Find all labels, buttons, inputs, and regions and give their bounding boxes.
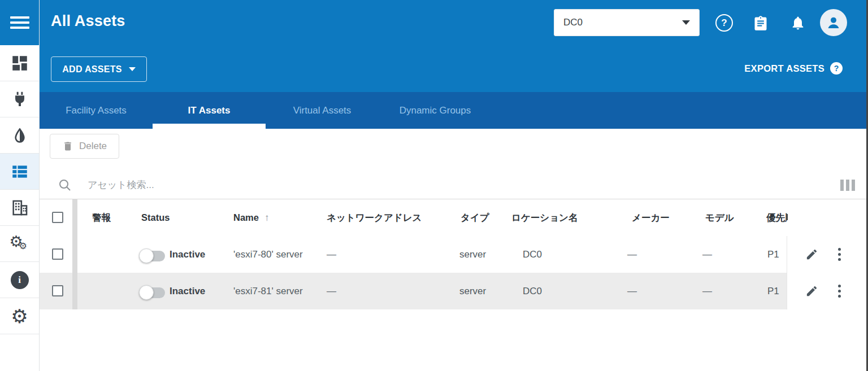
column-header-network-address[interactable]: ネットワークアドレス [327, 199, 422, 236]
table-header-row: 警報 Status Name↑ ネットワークアドレス タイプ ロケーション名 メ… [40, 199, 866, 236]
chevron-down-icon [682, 20, 690, 25]
list-toolbar: Delete [40, 129, 866, 199]
sidebar-item-dashboard[interactable] [0, 45, 39, 81]
tab-bar: Facility Assets IT Assets Virtual Assets… [40, 92, 866, 129]
asset-name[interactable]: 'esxi7-80' server [233, 236, 303, 273]
menu-button[interactable] [0, 0, 39, 45]
row-checkbox[interactable] [52, 285, 63, 296]
row-checkbox[interactable] [52, 248, 63, 260]
sidebar: ⚙ ⚙ i ⚙ [0, 0, 40, 371]
network-address: — [327, 236, 336, 273]
sidebar-item-locations[interactable] [0, 190, 39, 226]
main-area: All Assets DC0 ? [40, 0, 866, 371]
asset-priority: P1 [767, 273, 779, 309]
column-header-type[interactable]: タイプ [461, 199, 489, 236]
status-toggle[interactable] [140, 251, 165, 261]
pencil-icon [805, 248, 818, 261]
pencil-icon [805, 285, 818, 298]
row-actions [787, 273, 866, 309]
top-bar: All Assets DC0 ? [40, 0, 866, 92]
tasks-button[interactable] [753, 15, 769, 34]
notifications-button[interactable] [790, 14, 806, 33]
hamburger-icon [10, 16, 29, 19]
status-label: Inactive [170, 236, 205, 273]
kebab-icon [838, 285, 841, 287]
assets-list-icon [10, 162, 29, 181]
add-assets-button[interactable]: ADD ASSETS [51, 56, 147, 82]
trash-icon [62, 140, 73, 152]
asset-priority: P1 [767, 236, 779, 273]
add-assets-label: ADD ASSETS [62, 64, 122, 75]
tab-it-assets[interactable]: IT Assets [153, 92, 266, 129]
question-mark-icon: ? [721, 18, 727, 29]
row-menu-button[interactable] [837, 283, 842, 299]
kebab-icon [838, 253, 841, 256]
sidebar-item-environment[interactable] [0, 117, 39, 154]
table-row[interactable]: Inactive 'esxi7-81' server — server DC0 … [40, 273, 866, 309]
export-assets-button[interactable]: EXPORT ASSETS ? [744, 62, 843, 75]
edit-button[interactable] [805, 285, 818, 300]
kebab-icon [838, 258, 841, 261]
delete-button[interactable]: Delete [50, 134, 119, 159]
column-header-location[interactable]: ロケーション名 [511, 199, 578, 236]
export-help-icon[interactable]: ? [830, 62, 843, 75]
sidebar-item-settings[interactable]: ⚙ [0, 298, 39, 334]
user-avatar-icon [825, 14, 842, 31]
help-button[interactable]: ? [715, 14, 733, 32]
location-select[interactable]: DC0 [554, 9, 700, 36]
table-row[interactable]: Inactive 'esxi7-80' server — server DC0 … [40, 236, 866, 273]
sidebar-item-power[interactable] [0, 81, 39, 117]
toggle-knob [139, 285, 154, 300]
column-header-model[interactable]: モデル [705, 199, 734, 236]
select-all-checkbox[interactable] [52, 212, 63, 223]
droplet-icon [11, 126, 29, 145]
column-header-name-label: Name [233, 212, 259, 222]
pinned-column-divider [72, 199, 77, 309]
sidebar-item-assets[interactable] [0, 154, 39, 190]
search-input[interactable] [88, 175, 381, 195]
status-toggle[interactable] [140, 287, 165, 298]
hamburger-icon [10, 27, 29, 29]
row-menu-button[interactable] [837, 247, 842, 262]
building-icon [10, 198, 29, 217]
column-header-name[interactable]: Name↑ [233, 199, 269, 236]
network-address: — [327, 273, 336, 309]
asset-name[interactable]: 'esxi7-81' server [233, 273, 303, 309]
search-icon [58, 178, 72, 192]
kebab-icon [838, 248, 841, 251]
asset-type: server [459, 236, 486, 273]
tab-facility-assets[interactable]: Facility Assets [40, 92, 153, 129]
asset-model: — [702, 236, 712, 273]
info-icon: i [11, 271, 29, 289]
user-menu-button[interactable] [820, 9, 847, 36]
column-header-alarm[interactable]: 警報 [92, 199, 111, 236]
export-assets-label: EXPORT ASSETS [744, 63, 824, 74]
sidebar-item-administration[interactable]: ⚙ ⚙ [0, 226, 39, 262]
dashboard-icon [10, 54, 29, 73]
chevron-down-icon [129, 67, 136, 71]
page-title: All Assets [51, 12, 125, 30]
app-window: ⚙ ⚙ i ⚙ All Assets DC0 ? [0, 0, 868, 371]
kebab-icon [838, 290, 841, 293]
tab-virtual-assets[interactable]: Virtual Assets [266, 92, 379, 129]
row-actions [787, 236, 866, 273]
clipboard-icon [753, 15, 769, 32]
tab-dynamic-groups[interactable]: Dynamic Groups [379, 92, 492, 129]
bell-icon [790, 14, 806, 31]
toggle-knob [139, 248, 154, 263]
column-header-maker[interactable]: メーカー [632, 199, 670, 236]
sidebar-item-about[interactable]: i [0, 262, 39, 298]
settings-gear-icon: ⚙ [11, 307, 28, 326]
status-label: Inactive [170, 273, 205, 309]
edit-button[interactable] [805, 248, 818, 263]
asset-location: DC0 [523, 273, 542, 309]
columns-icon [846, 180, 849, 191]
columns-icon [852, 180, 855, 191]
asset-maker: — [627, 236, 637, 273]
column-chooser-button[interactable] [840, 180, 855, 191]
asset-maker: — [627, 273, 637, 309]
asset-model: — [702, 273, 712, 309]
columns-icon [840, 180, 844, 191]
column-header-status[interactable]: Status [141, 199, 170, 236]
column-header-priority[interactable]: 優先順位 [766, 199, 788, 236]
